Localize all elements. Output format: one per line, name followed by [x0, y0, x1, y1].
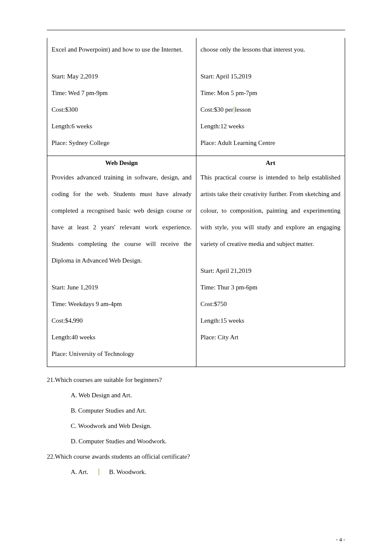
course-details: Start: April 21,2019 Time: Thur 3 pm-6pm…	[201, 263, 341, 346]
course-desc-continued: choose only the lessons that interest yo…	[201, 41, 341, 58]
q21-option-c: C. Woodwork and Web Design.	[71, 418, 345, 434]
page-number: - 4 -	[336, 536, 345, 543]
page: Excel and Powerpoint) and how to use the…	[0, 0, 392, 555]
course-desc: This practical course is intended to hel…	[201, 169, 341, 252]
course-title: Web Design	[52, 159, 192, 167]
q22-option-b: B. Woodwork.	[109, 468, 146, 475]
q22-stem: 22.Which course awards students an offic…	[47, 449, 345, 464]
course-details: Start: April 15,2019 Time: Mon 5 pm-7pm …	[201, 68, 341, 151]
table-row: Web Design Provides advanced training in…	[47, 156, 345, 367]
course-details: Start: June 1,2019 Time: Weekdays 9 am-4…	[52, 279, 192, 362]
table-row: Excel and Powerpoint) and how to use the…	[47, 38, 345, 156]
course-details: Start: May 2,2019 Time: Wed 7 pm-9pm Cos…	[52, 68, 192, 151]
cell-computer-studies-cont: Excel and Powerpoint) and how to use the…	[47, 38, 196, 156]
cell-web-design: Web Design Provides advanced training in…	[47, 156, 196, 367]
cell-woodwork-cont: choose only the lessons that interest yo…	[196, 38, 345, 156]
q21-stem: 21.Which courses are suitable for beginn…	[47, 372, 345, 387]
course-table: Excel and Powerpoint) and how to use the…	[47, 38, 345, 367]
questions-block: 21.Which courses are suitable for beginn…	[47, 372, 345, 480]
cell-art: Art This practical course is intended to…	[196, 156, 345, 367]
q22-options-row: A. Art. B. Woodwork.	[71, 464, 345, 480]
q21-option-b: B. Computer Studies and Art.	[71, 403, 345, 418]
course-title: Art	[201, 159, 341, 167]
course-desc: Provides advanced training in software, …	[52, 169, 192, 269]
header-rule	[47, 30, 345, 30]
q21-option-a: A. Web Design and Art.	[71, 387, 345, 403]
q21-option-d: D. Computer Studies and Woodwork.	[71, 434, 345, 449]
q22-option-a: A. Art.	[71, 468, 88, 475]
course-desc-continued: Excel and Powerpoint) and how to use the…	[52, 41, 192, 58]
highlight-mark	[98, 468, 100, 475]
